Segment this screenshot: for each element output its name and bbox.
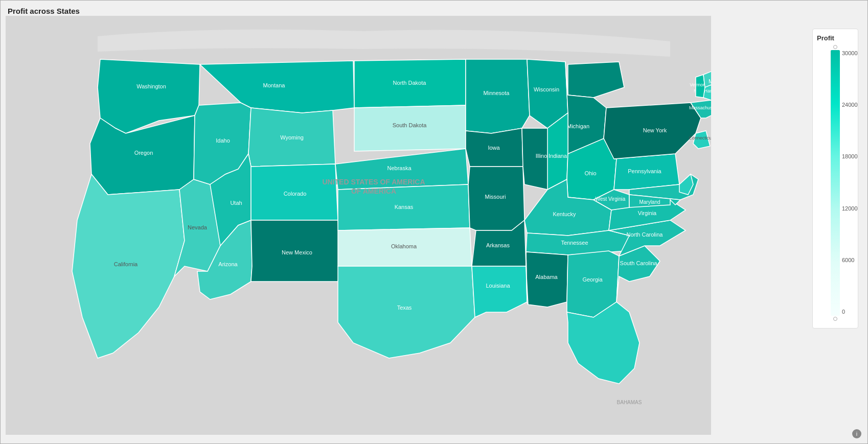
state-label-massachusetts: Massachusetts xyxy=(689,105,711,110)
state-label-south-carolina: South Carolina xyxy=(620,260,658,266)
state-label-north-carolina: North Carolina xyxy=(627,231,664,238)
legend-value-min: 0 xyxy=(842,309,858,315)
state-label-alabama: Alabama xyxy=(535,274,558,280)
state-label-michigan: Michigan xyxy=(567,123,589,129)
state-label-idaho: Idaho xyxy=(216,137,230,144)
page-title: Profit across States xyxy=(8,7,80,15)
state-label-arkansas: Arkansas xyxy=(486,242,510,248)
state-label-california: California xyxy=(114,261,138,267)
state-label-tennessee: Tennessee xyxy=(561,240,588,246)
legend-gradient-bar xyxy=(831,50,840,316)
state-label-new-mexico: New Mexico xyxy=(282,249,312,255)
usa-map: Washington Oregon California Nevada Idah… xyxy=(6,16,711,435)
state-label-oregon: Oregon xyxy=(134,150,153,156)
state-label-wisconsin: Wisconsin xyxy=(534,86,559,92)
state-label-west-virginia: West Virginia xyxy=(596,196,626,202)
legend-dot-bottom xyxy=(833,317,837,321)
state-label-louisiana: Louisiana xyxy=(486,283,510,289)
state-label-iowa: Iowa xyxy=(488,145,500,151)
state-label-indiana: Indiana xyxy=(549,153,567,159)
state-label-kansas: Kansas xyxy=(395,204,414,210)
info-button[interactable]: i xyxy=(852,429,861,438)
state-label-virginia: Virginia xyxy=(638,210,657,216)
legend-dot-top xyxy=(833,45,837,49)
state-label-montana: Montana xyxy=(263,82,286,88)
state-label-oklahoma: Oklahoma xyxy=(391,243,417,249)
us-label-2: OF AMERICA xyxy=(351,187,396,195)
state-label-minnesota: Minnesota xyxy=(484,90,510,96)
state-label-north-dakota: North Dakota xyxy=(393,80,427,86)
legend-value-6000: 6000 xyxy=(842,257,858,263)
state-label-nevada: Nevada xyxy=(188,224,208,230)
state-label-arizona: Arizona xyxy=(218,261,238,267)
state-label-south-dakota: South Dakota xyxy=(393,122,427,128)
state-label-wyoming: Wyoming xyxy=(280,134,304,141)
legend-bar-container: 30000 24000 18000 12000 6000 0 xyxy=(817,45,854,321)
us-label: UNITED STATES OF AMERICA xyxy=(322,178,425,186)
state-minnesota[interactable] xyxy=(466,59,530,133)
state-label-maine: Maine xyxy=(709,78,711,84)
state-label-washington: Washington xyxy=(136,83,166,89)
state-label-missouri: Missouri xyxy=(485,194,506,200)
legend-value-max: 30000 xyxy=(842,50,858,56)
legend-panel: Profit 30000 24000 18000 12000 6000 0 xyxy=(812,29,858,329)
main-container: Profit across States Washington Oregon C… xyxy=(0,0,868,444)
bahamas-label: BAHAMAS xyxy=(617,400,642,405)
legend-value-18000: 18000 xyxy=(842,153,858,159)
legend-value-12000: 12000 xyxy=(842,205,858,212)
state-label-ohio: Ohio xyxy=(584,170,596,176)
state-label-new-york: New York xyxy=(643,127,667,133)
legend-value-24000: 24000 xyxy=(842,102,858,108)
state-label-georgia: Georgia xyxy=(582,276,603,283)
state-label-utah: Utah xyxy=(230,200,242,206)
state-label-nebraska: Nebraska xyxy=(387,165,412,171)
state-label-maryland: Maryland xyxy=(639,199,660,205)
state-south-dakota[interactable] xyxy=(354,105,466,151)
state-label-kentucky: Kentucky xyxy=(553,211,576,217)
state-label-colorado: Colorado xyxy=(284,191,307,197)
legend-title: Profit xyxy=(817,34,854,42)
state-label-pennsylvania: Pennsylvania xyxy=(628,168,661,174)
state-label-texas: Texas xyxy=(397,305,412,311)
state-label-connecticut: Connecticut xyxy=(689,135,711,141)
